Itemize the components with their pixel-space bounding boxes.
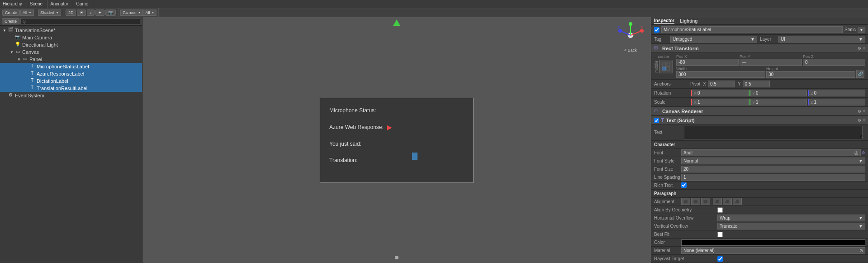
static-dropdown[interactable]: ▼ bbox=[858, 27, 865, 33]
all-dropdown[interactable]: All ▼ bbox=[20, 10, 34, 16]
hierarchy-search-input[interactable] bbox=[20, 18, 140, 24]
gizmos-dropdown[interactable]: Gizmos ▼ bbox=[120, 10, 143, 16]
create-small-button[interactable]: Create bbox=[2, 18, 19, 24]
rotation-x-field[interactable]: X 0 bbox=[691, 90, 749, 96]
twod-button[interactable]: 2D bbox=[66, 10, 76, 16]
hierarchy-tree[interactable]: ▼ 🎬 TranslationScene* 📷 Main Camera 💡 Di… bbox=[0, 26, 142, 263]
svg-rect-12 bbox=[667, 63, 670, 66]
font-size-field[interactable]: 20 bbox=[681, 166, 865, 172]
tree-label: TranslationScene* bbox=[15, 28, 55, 33]
align-left-top-button[interactable]: ⬛ bbox=[681, 198, 690, 205]
width-value[interactable]: 300 bbox=[676, 71, 765, 78]
camera-button[interactable]: 📷 bbox=[105, 10, 116, 16]
effects-button[interactable]: ✦ bbox=[95, 10, 104, 16]
height-value[interactable]: 30 bbox=[766, 71, 855, 78]
animator-tab[interactable]: Animator bbox=[47, 0, 73, 8]
align-center-middle-button[interactable]: ⬛ bbox=[723, 198, 732, 205]
tree-item-azure-label[interactable]: T AzureResponseLabel bbox=[0, 70, 142, 77]
inspector-tab[interactable]: Inspector bbox=[654, 18, 674, 24]
pos-y-value[interactable]: — bbox=[740, 59, 802, 66]
lighting-tab[interactable]: Lighting bbox=[680, 19, 697, 24]
constrain-proportions-button[interactable]: 🔗 bbox=[856, 67, 865, 78]
horizontal-overflow-dropdown[interactable]: Wrap ▼ bbox=[717, 215, 865, 221]
pos-z-value[interactable]: 0 bbox=[803, 59, 865, 66]
rotation-y-field[interactable]: Y 0 bbox=[749, 90, 807, 96]
tree-item-panel[interactable]: ▼ ▭ Panel bbox=[0, 56, 142, 63]
line-spacing-field[interactable]: 1 bbox=[681, 174, 865, 181]
tree-item-translation-label[interactable]: T TranslationResultLabel bbox=[0, 85, 142, 92]
tree-item-translation-scene[interactable]: ▼ 🎬 TranslationScene* bbox=[0, 27, 142, 34]
active-checkbox[interactable] bbox=[654, 27, 659, 33]
create-button[interactable]: Create bbox=[2, 10, 20, 16]
align-right-middle-button[interactable]: ⬛ bbox=[733, 198, 742, 205]
tree-label: AzureResponseLabel bbox=[37, 71, 84, 77]
rich-text-checkbox[interactable] bbox=[681, 182, 687, 188]
hierarchy-tab[interactable]: Hierarchy bbox=[0, 0, 27, 8]
align-right-top-button[interactable]: ⬛ bbox=[701, 198, 710, 205]
pos-y-field[interactable]: Pos Y — bbox=[740, 54, 802, 66]
tree-item-main-camera[interactable]: 📷 Main Camera bbox=[0, 34, 142, 41]
raycast-checkbox[interactable] bbox=[717, 256, 723, 262]
rect-transform-fields: center middle bbox=[651, 53, 868, 80]
all-scene-dropdown[interactable]: All ▼ bbox=[143, 10, 157, 16]
game-tab[interactable]: Game bbox=[73, 0, 93, 8]
main-toolbar: Create All ▼ Shaded ▼ 2D ☀ ♪ ✦ 📷 Gizmos … bbox=[0, 8, 868, 17]
tree-item-dictation-label[interactable]: T DictationLabel bbox=[0, 77, 142, 85]
font-object-picker-icon[interactable]: ⊙ bbox=[862, 150, 865, 155]
width-field[interactable]: Width 300 bbox=[676, 67, 765, 78]
pivot-x-field[interactable]: 0.5 bbox=[708, 81, 735, 87]
anchor-icon[interactable] bbox=[659, 60, 673, 73]
create-group: Create All ▼ bbox=[0, 8, 36, 17]
vertical-overflow-dropdown[interactable]: Truncate ▼ bbox=[717, 223, 865, 230]
animator-label: Animator bbox=[50, 1, 68, 6]
audio-button[interactable]: ♪ bbox=[87, 10, 95, 16]
light-button[interactable]: ☀ bbox=[77, 10, 86, 16]
scene-tab[interactable]: Scene bbox=[27, 0, 47, 8]
component-expand-icon[interactable]: ≡ bbox=[863, 46, 865, 51]
best-fit-checkbox[interactable] bbox=[717, 232, 723, 237]
scene-gizmo[interactable]: X Y Z < Back bbox=[615, 22, 646, 49]
scale-y-field[interactable]: Y 1 bbox=[749, 99, 807, 105]
pos-z-field[interactable]: Pos Z 0 bbox=[803, 54, 865, 66]
pivot-y-field[interactable]: 0.5 bbox=[743, 81, 770, 87]
canvas-renderer-header[interactable]: ⊙ Canvas Renderer ⚙ ≡ bbox=[651, 107, 868, 116]
shaded-dropdown[interactable]: Shaded ▼ bbox=[38, 10, 61, 16]
height-field[interactable]: Height 30 bbox=[766, 67, 855, 78]
font-style-dropdown[interactable]: Normal ▼ bbox=[681, 158, 865, 164]
tag-dropdown[interactable]: Untagged ▼ bbox=[670, 36, 757, 43]
text-script-enable-checkbox[interactable] bbox=[654, 118, 659, 123]
rotation-z-field[interactable]: Z 0 bbox=[808, 90, 865, 96]
align-geometry-checkbox[interactable] bbox=[717, 207, 723, 213]
tree-item-microphone-label[interactable]: T MicrophoneStatusLabel bbox=[0, 63, 142, 70]
canvas-renderer-expand-icon[interactable]: ≡ bbox=[863, 109, 865, 114]
chevron-down-h-overflow: ▼ bbox=[859, 215, 863, 220]
main-layout: Create ▼ 🎬 TranslationScene* 📷 Main Came… bbox=[0, 17, 868, 263]
layer-value: UI bbox=[781, 37, 785, 42]
tree-item-canvas[interactable]: ▼ ▭ Canvas bbox=[0, 48, 142, 56]
text-script-settings-icon[interactable]: ⚙ bbox=[858, 118, 861, 123]
color-swatch[interactable] bbox=[681, 239, 865, 246]
pos-x-value[interactable]: -80 bbox=[676, 59, 739, 66]
align-center-top-button[interactable]: ⬛ bbox=[691, 198, 700, 205]
tree-item-directional-light[interactable]: 💡 Directional Light bbox=[0, 41, 142, 48]
scale-x-field[interactable]: X 1 bbox=[691, 99, 749, 105]
scale-z-field[interactable]: Z 1 bbox=[808, 99, 865, 105]
canvas-renderer-settings-icon[interactable]: ⚙ bbox=[858, 109, 861, 114]
layer-dropdown[interactable]: UI ▼ bbox=[778, 36, 865, 43]
align-left-middle-button[interactable]: ⬛ bbox=[713, 198, 722, 205]
font-style-label: Font Style bbox=[654, 158, 681, 163]
canvas-renderer-title: Canvas Renderer bbox=[662, 109, 856, 114]
pos-x-field[interactable]: Pos X -80 bbox=[676, 54, 739, 66]
component-menu-icon[interactable]: ⚙ bbox=[858, 46, 861, 51]
text-script-expand-icon[interactable]: ≡ bbox=[863, 118, 865, 123]
text-textarea[interactable] bbox=[684, 126, 863, 139]
gameobject-name-input[interactable] bbox=[661, 26, 843, 33]
tree-item-event-system[interactable]: ⚙ EventSystem bbox=[0, 92, 142, 99]
scene-content[interactable]: Microphone Status: Azure Web Response: ▶… bbox=[142, 17, 651, 263]
panel-icon: ▭ bbox=[22, 56, 28, 62]
anchors-pivot-text: Pivot bbox=[690, 81, 700, 86]
rect-transform-header[interactable]: ⊞ Rect Transform ⚙ ≡ bbox=[651, 44, 868, 53]
material-dropdown[interactable]: None (Material) ⊙ bbox=[681, 247, 865, 254]
font-dropdown[interactable]: Arial ◎ bbox=[681, 149, 861, 156]
text-script-header[interactable]: T Text (Script) ⚙ ≡ bbox=[651, 116, 868, 125]
